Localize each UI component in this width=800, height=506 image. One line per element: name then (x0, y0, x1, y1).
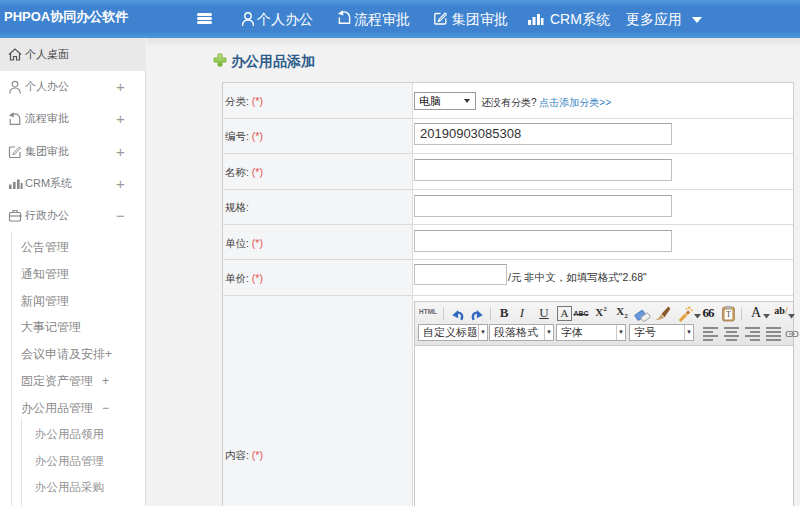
svg-text:T: T (726, 310, 731, 319)
